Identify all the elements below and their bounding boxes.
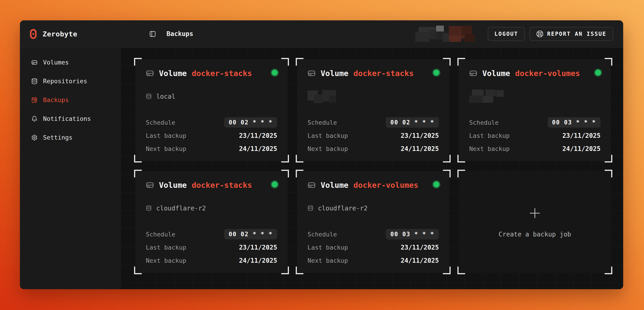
sidebar-item-label: Settings bbox=[43, 134, 72, 141]
database-icon bbox=[146, 205, 152, 211]
bell-icon bbox=[31, 116, 38, 122]
gear-icon bbox=[31, 134, 38, 141]
card-header: Volume docker-stacks bbox=[146, 69, 277, 78]
status-dot bbox=[434, 181, 439, 187]
next-backup-label: Next backup bbox=[146, 145, 186, 152]
app-title: Zerobyte bbox=[42, 30, 77, 38]
last-backup-value: 23/11/2025 bbox=[239, 132, 277, 139]
last-backup-value: 23/11/2025 bbox=[562, 132, 600, 139]
next-backup-value: 24/11/2025 bbox=[400, 257, 439, 264]
backup-card[interactable]: Volume docker-volumes Schedule 00 03 * *… bbox=[459, 59, 611, 161]
schedule-row: Schedule 00 02 * * * bbox=[308, 117, 439, 128]
logout-label: LOGOUT bbox=[494, 31, 518, 37]
last-backup-row: Last backup 23/11/2025 bbox=[308, 130, 439, 141]
database-icon bbox=[146, 93, 152, 99]
next-backup-value: 24/11/2025 bbox=[400, 145, 439, 153]
desktop-background: Zerobyte Backups LOGOUT bbox=[0, 0, 644, 310]
last-backup-row: Last backup 23/11/2025 bbox=[308, 242, 439, 253]
header-right: LOGOUT REPORT AN ISSUE bbox=[415, 25, 613, 42]
backup-card[interactable]: Volume docker-stacks Schedule 00 02 * * … bbox=[297, 59, 449, 161]
card-volume-name: docker-volumes bbox=[354, 181, 418, 190]
repository-row bbox=[469, 89, 600, 104]
next-backup-value: 24/11/2025 bbox=[239, 145, 277, 153]
database-icon bbox=[308, 205, 314, 211]
sidebar: Volumes Repositories bbox=[20, 47, 120, 289]
repository-name: cloudflare-r2 bbox=[156, 205, 206, 212]
corner-bracket bbox=[296, 155, 304, 162]
create-backup-card[interactable]: Create a backup job bbox=[459, 171, 611, 273]
last-backup-label: Last backup bbox=[308, 244, 348, 251]
card-title-prefix: Volume bbox=[482, 69, 510, 78]
next-backup-row: Next backup 24/11/2025 bbox=[146, 255, 277, 266]
backup-card[interactable]: Volume docker-stacks cloudflare-r2 Sched… bbox=[136, 171, 288, 273]
schedule-chip: 00 02 * * * bbox=[224, 117, 277, 128]
next-backup-row: Next backup 24/11/2025 bbox=[308, 143, 439, 154]
report-issue-label: REPORT AN ISSUE bbox=[547, 31, 606, 37]
backup-card[interactable]: Volume docker-stacks local Schedule 00 0… bbox=[136, 59, 288, 161]
plus-icon bbox=[528, 206, 542, 220]
repository-row bbox=[308, 89, 439, 104]
card-header: Volume docker-volumes bbox=[469, 69, 600, 78]
last-backup-value: 23/11/2025 bbox=[239, 244, 277, 251]
last-backup-row: Last backup 23/11/2025 bbox=[469, 130, 600, 141]
corner-bracket bbox=[134, 58, 142, 66]
next-backup-label: Next backup bbox=[146, 257, 186, 264]
sidebar-item-settings[interactable]: Settings bbox=[20, 128, 120, 147]
database-icon bbox=[31, 78, 38, 84]
backup-card[interactable]: Volume docker-volumes cloudflare-r2 Sche… bbox=[297, 171, 449, 273]
corner-bracket bbox=[604, 267, 612, 274]
last-backup-value: 23/11/2025 bbox=[400, 132, 439, 139]
corner-bracket bbox=[604, 170, 612, 177]
corner-bracket bbox=[604, 58, 612, 66]
card-details: Schedule 00 02 * * * Last backup 23/11/2… bbox=[308, 117, 439, 154]
schedule-label: Schedule bbox=[469, 119, 498, 126]
sidebar-item-repositories[interactable]: Repositories bbox=[20, 72, 120, 90]
card-details: Schedule 00 02 * * * Last backup 23/11/2… bbox=[146, 229, 277, 266]
sidebar-item-backups[interactable]: Backups bbox=[20, 90, 120, 109]
zerobyte-logo-icon bbox=[30, 29, 37, 39]
corner-bracket bbox=[296, 267, 304, 274]
corner-bracket bbox=[281, 170, 289, 177]
status-dot bbox=[595, 70, 601, 76]
panel-left-icon[interactable] bbox=[149, 30, 156, 37]
schedule-row: Schedule 00 02 * * * bbox=[146, 229, 277, 239]
app-header: Zerobyte Backups LOGOUT bbox=[20, 20, 623, 47]
sidebar-item-notifications[interactable]: Notifications bbox=[20, 109, 120, 128]
schedule-chip: 00 03 * * * bbox=[386, 229, 439, 239]
hard-drive-icon bbox=[308, 181, 316, 189]
status-dot bbox=[272, 181, 278, 187]
status-dot bbox=[434, 70, 439, 76]
corner-bracket bbox=[134, 170, 142, 177]
sidebar-item-volumes[interactable]: Volumes bbox=[20, 53, 120, 72]
card-title-prefix: Volume bbox=[321, 69, 348, 78]
redacted-repository-name bbox=[308, 90, 360, 103]
corner-bracket bbox=[443, 170, 450, 177]
corner-bracket bbox=[458, 170, 465, 177]
corner-bracket bbox=[281, 58, 289, 66]
repository-row: local bbox=[146, 89, 277, 104]
next-backup-row: Next backup 24/11/2025 bbox=[146, 143, 277, 154]
schedule-chip: 00 02 * * * bbox=[224, 229, 277, 239]
status-dot bbox=[272, 70, 278, 76]
calendar-clock-icon bbox=[31, 97, 38, 103]
next-backup-value: 24/11/2025 bbox=[239, 257, 277, 264]
next-backup-value: 24/11/2025 bbox=[562, 145, 600, 153]
schedule-label: Schedule bbox=[146, 231, 175, 238]
logout-button[interactable]: LOGOUT bbox=[488, 27, 525, 41]
card-volume-name: docker-volumes bbox=[515, 69, 580, 78]
corner-bracket bbox=[296, 170, 304, 177]
report-issue-button[interactable]: REPORT AN ISSUE bbox=[530, 27, 613, 41]
sidebar-item-label: Repositories bbox=[43, 78, 87, 85]
hard-drive-icon bbox=[469, 69, 477, 77]
corner-bracket bbox=[281, 155, 289, 162]
card-title-prefix: Volume bbox=[159, 69, 187, 78]
sidebar-item-label: Backups bbox=[43, 96, 69, 103]
card-header: Volume docker-stacks bbox=[146, 181, 277, 190]
lifebuoy-icon bbox=[536, 30, 544, 37]
backup-cards-grid: Volume docker-stacks local Schedule 00 0… bbox=[136, 59, 611, 273]
schedule-row: Schedule 00 03 * * * bbox=[469, 117, 600, 128]
redacted-repository-name bbox=[469, 90, 521, 103]
corner-bracket bbox=[458, 267, 465, 274]
schedule-row: Schedule 00 02 * * * bbox=[146, 117, 277, 128]
create-backup-label: Create a backup job bbox=[498, 231, 571, 238]
